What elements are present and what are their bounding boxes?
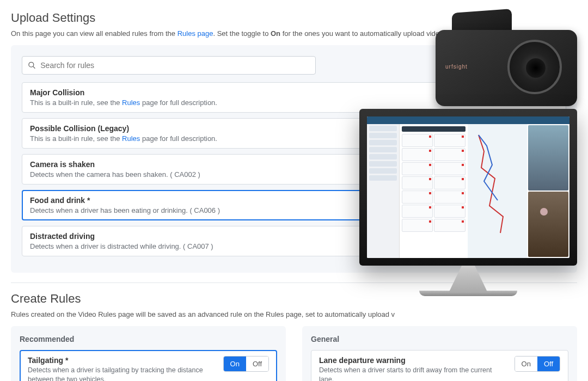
dashcam-image: urfsight xyxy=(425,11,577,109)
create-rules-subtext: Rules created on the Video Rules page wi… xyxy=(11,310,577,318)
lane-departure-desc: Detects when a driver starts to drift aw… xyxy=(319,366,508,381)
tailgating-title: Tailgating * xyxy=(28,356,217,365)
general-label: General xyxy=(311,335,568,343)
lane-departure-toggle[interactable]: On Off xyxy=(514,356,560,372)
svg-line-1 xyxy=(33,66,35,69)
rules-page-link[interactable]: Rules page xyxy=(177,29,213,38)
rules-link[interactable]: Rules xyxy=(122,99,140,107)
monitor-image xyxy=(359,109,577,296)
recommended-group: Recommended Tailgating * Detects when a … xyxy=(11,326,286,381)
search-input-wrap[interactable] xyxy=(22,56,316,75)
lane-departure-on[interactable]: On xyxy=(515,357,537,371)
tailgating-on[interactable]: On xyxy=(224,357,246,371)
svg-point-0 xyxy=(29,62,34,67)
tailgating-card[interactable]: Tailgating * Detects when a driver is ta… xyxy=(20,350,277,381)
general-group: General Lane departure warning Detects w… xyxy=(302,326,577,381)
lane-departure-off[interactable]: Off xyxy=(537,357,560,371)
tailgating-desc: Detects when a driver is tailgating by t… xyxy=(28,366,217,381)
rules-link[interactable]: Rules xyxy=(122,134,140,143)
tailgating-toggle[interactable]: On Off xyxy=(223,356,269,372)
lane-departure-card[interactable]: Lane departure warning Detects when a dr… xyxy=(311,350,568,381)
recommended-label: Recommended xyxy=(20,335,277,343)
search-input[interactable] xyxy=(40,61,310,70)
tailgating-off[interactable]: Off xyxy=(246,357,268,371)
search-icon xyxy=(28,61,36,70)
lane-departure-title: Lane departure warning xyxy=(319,356,508,365)
